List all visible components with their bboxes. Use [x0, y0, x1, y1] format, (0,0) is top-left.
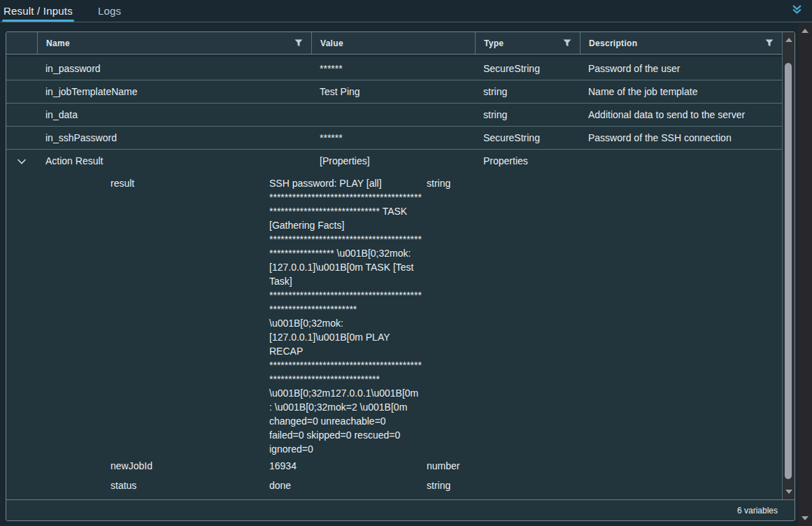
expanded-children: resultSSH password: PLAY [all] *********… [6, 172, 782, 499]
row-value: [Properties] [311, 155, 475, 166]
column-header-value: Value [311, 32, 475, 54]
row-type: string [475, 109, 580, 120]
column-header-type-label: Type [484, 38, 563, 48]
row-type: SecureString [475, 132, 580, 143]
row-value: 16934 [269, 459, 427, 473]
column-header-name-label: Name [46, 38, 294, 48]
scroll-up-icon[interactable] [802, 29, 809, 33]
column-header-type: Type [475, 32, 580, 54]
table-row[interactable]: Action Result[Properties]Properties [6, 149, 782, 172]
row-name: status [111, 480, 269, 491]
child-row[interactable]: resultSSH password: PLAY [all] *********… [6, 172, 782, 456]
row-type: SecureString [475, 63, 580, 74]
funnel-icon[interactable] [294, 39, 303, 47]
row-type: string [475, 86, 580, 97]
table-body: in_password******SecureStringPassword of… [6, 57, 782, 499]
page-scrollbar[interactable] [798, 23, 812, 526]
row-value: Test Ping [311, 86, 475, 97]
tab-bar: Result / Inputs Logs [0, 0, 812, 22]
chevron-down-icon [17, 155, 27, 166]
table-scrollbar[interactable] [782, 32, 795, 499]
tab-logs[interactable]: Logs [97, 0, 122, 22]
column-header-name: Name [37, 32, 311, 54]
scroll-down-icon[interactable] [785, 490, 792, 494]
scrollbar-thumb[interactable] [785, 63, 792, 479]
table-row[interactable]: in_sshPassword******SecureStringPassword… [6, 126, 782, 149]
row-type: Properties [475, 155, 580, 166]
row-description: Password of the user [580, 63, 782, 74]
row-name: newJobId [111, 460, 269, 471]
row-description: Password of the SSH connection [580, 132, 782, 143]
table-row[interactable]: in_password******SecureStringPassword of… [6, 57, 782, 80]
column-header-description: Description [580, 32, 782, 54]
tab-result-inputs[interactable]: Result / Inputs [2, 0, 74, 22]
table-header: Name Value Type Description [6, 32, 782, 55]
row-type: string [427, 480, 782, 491]
row-description: Name of the job template [580, 86, 782, 97]
column-header-value-label: Value [320, 38, 466, 48]
child-row[interactable]: newJobId16934number [6, 456, 782, 476]
funnel-icon[interactable] [765, 39, 774, 47]
row-name: result [111, 176, 269, 190]
tab-result-inputs-label: Result / Inputs [3, 5, 73, 17]
collapse-panel-button[interactable] [791, 3, 802, 17]
row-value: ****** [311, 63, 475, 74]
tab-logs-label: Logs [98, 5, 121, 17]
row-name: in_jobTemplateName [37, 86, 311, 97]
row-name: Action Result [37, 155, 311, 166]
row-expand-button[interactable] [6, 155, 37, 166]
row-value: done [269, 478, 427, 492]
variables-datagrid: Name Value Type Description [6, 31, 795, 521]
table-area: Name Value Type Description [6, 32, 795, 499]
row-description: Additional data to send to the server [580, 109, 782, 120]
funnel-icon[interactable] [563, 39, 571, 47]
table-row[interactable]: in_jobTemplateNameTest PingstringName of… [6, 80, 782, 103]
row-value: SSH password: PLAY [all] ***************… [269, 176, 427, 456]
table-footer: 6 variables [6, 499, 795, 520]
row-name: in_password [37, 63, 311, 74]
row-name: in_sshPassword [37, 132, 311, 143]
double-chevron-down-icon [792, 4, 802, 17]
table-row[interactable]: in_datastringAdditional data to send to … [6, 103, 782, 126]
child-row[interactable]: statusdonestring [6, 476, 782, 495]
column-header-description-label: Description [589, 38, 765, 48]
row-value: ****** [311, 132, 475, 143]
row-name: in_data [37, 109, 311, 120]
row-type: number [427, 460, 782, 471]
header-toggle-spacer [6, 32, 37, 54]
row-type: string [427, 176, 782, 190]
scroll-down-icon[interactable] [802, 516, 809, 520]
scroll-up-icon[interactable] [785, 38, 792, 42]
variable-count: 6 variables [737, 506, 778, 516]
